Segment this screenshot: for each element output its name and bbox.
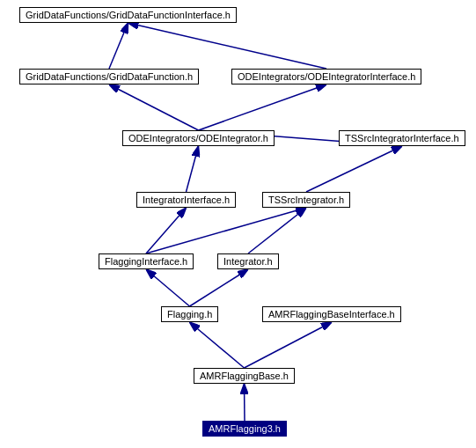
svg-line-1	[109, 23, 128, 69]
node-n10: Flagging.h	[161, 306, 218, 322]
node-n6: IntegratorInterface.h	[136, 192, 236, 208]
svg-line-12	[190, 269, 249, 306]
node-n9: Integrator.h	[217, 253, 279, 269]
svg-line-5	[187, 146, 199, 192]
svg-line-7	[306, 146, 402, 192]
node-n1: GridDataFunctions/GridDataFunctionInterf…	[19, 7, 237, 23]
node-n5: TSSrcIntegratorInterface.h	[339, 130, 465, 146]
svg-line-10	[248, 208, 306, 253]
node-n7: TSSrcIntegrator.h	[262, 192, 350, 208]
svg-line-3	[109, 84, 199, 130]
svg-line-4	[199, 84, 327, 130]
svg-line-9	[146, 208, 306, 253]
svg-line-14	[245, 322, 333, 368]
node-n12: AMRFlaggingBase.h	[194, 368, 295, 384]
svg-line-13	[190, 322, 245, 368]
svg-line-15	[245, 384, 245, 421]
svg-line-11	[146, 269, 190, 306]
node-n13: AMRFlagging3.h	[202, 421, 287, 437]
svg-line-8	[146, 208, 187, 253]
svg-line-2	[128, 23, 327, 69]
node-n3: ODEIntegrators/ODEIntegratorInterface.h	[231, 69, 421, 84]
node-n11: AMRFlaggingBaseInterface.h	[262, 306, 401, 322]
node-n2: GridDataFunctions/GridDataFunction.h	[19, 69, 199, 84]
node-n8: FlaggingInterface.h	[99, 253, 194, 269]
node-n4: ODEIntegrators/ODEIntegrator.h	[122, 130, 275, 146]
diagram-container: GridDataFunctions/GridDataFunctionInterf…	[0, 0, 476, 448]
